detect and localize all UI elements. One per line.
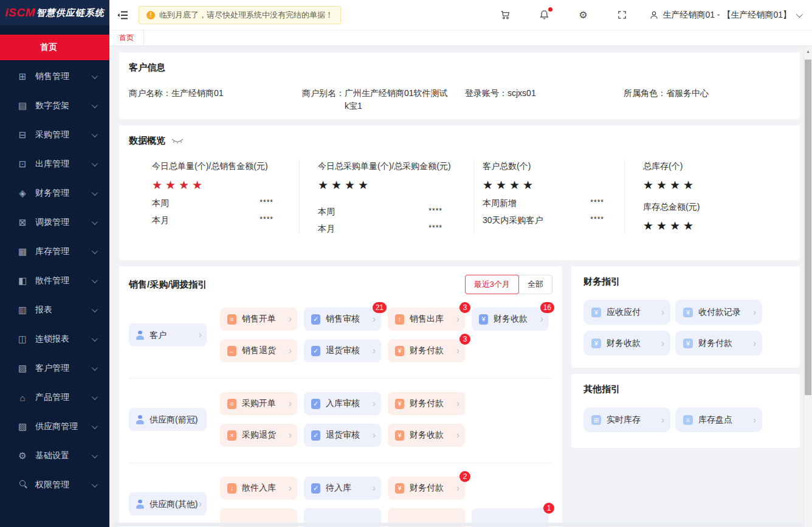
stat-row: 本周新增 **** bbox=[483, 198, 604, 209]
bell-icon[interactable] bbox=[537, 9, 551, 22]
sidebar-item-customers[interactable]: ▧ 客户管理 bbox=[0, 354, 109, 383]
tab-home[interactable]: 首页 bbox=[109, 30, 144, 46]
sidebar-item-label: 调拨管理 bbox=[35, 217, 92, 228]
finance-payment-button[interactable]: ¥ 财务付款 › bbox=[675, 331, 762, 356]
realtime-inventory-button[interactable]: ⊞ 实时库存 › bbox=[583, 407, 670, 432]
sales-return-button[interactable]: ← 销售退货 › bbox=[220, 339, 297, 362]
stat-row-value: **** bbox=[428, 224, 442, 235]
inbound-audit-icon: ✓ bbox=[311, 399, 320, 409]
sidebar-item-permissions[interactable]: 权限管理 bbox=[0, 470, 109, 500]
finance-receipt-button[interactable]: ¥ 财务收款 › bbox=[388, 424, 465, 447]
sidebar-item-suppliers[interactable]: ▨ 供应商管理 bbox=[0, 412, 109, 441]
sidebar-item-sales[interactable]: ⊞ 销售管理 bbox=[0, 62, 109, 91]
sidebar-item-purchase[interactable]: ⊟ 采购管理 bbox=[0, 120, 109, 150]
finance-payment-button[interactable]: ¥ 财务付款 › 3 bbox=[388, 339, 465, 362]
sidebar-item-chain-reports[interactable]: ◫ 连锁报表 bbox=[0, 325, 109, 354]
sidebar-item-label: 客户管理 bbox=[35, 363, 92, 374]
sales-order-button[interactable]: ≡ 销售开单 › bbox=[220, 308, 297, 331]
badge-count: 2 bbox=[459, 471, 470, 482]
finance-guide-title: 财务指引 bbox=[583, 276, 788, 288]
finance-receipt-button[interactable]: ¥ 财务收款 › 16 bbox=[472, 308, 549, 331]
parts-inbound-button[interactable]: ↓ 散件入库 › bbox=[220, 477, 297, 500]
chevron-right-icon: › bbox=[661, 308, 664, 317]
parts-inbound-icon: ↓ bbox=[227, 483, 236, 494]
chevron-right-icon: › bbox=[289, 430, 292, 440]
pending-inbound-button[interactable]: ✓ 待入库 › bbox=[304, 477, 381, 500]
stat-sales-today: 今日总单量(个)/总销售金额(元) ★★★★ 本周 **** 本月 **** bbox=[152, 160, 299, 235]
return-audit-button[interactable]: ✓ 退货审核 › bbox=[304, 424, 381, 447]
stat-label: 今日总单量(个)/总销售金额(元) bbox=[152, 160, 287, 173]
receivable-payable-button[interactable]: ¥ 应收应付 › bbox=[583, 300, 670, 325]
sales-outbound-button[interactable]: ↑ 销售出库 › 3 bbox=[388, 308, 465, 331]
chevron-right-icon: › bbox=[289, 483, 292, 493]
return-audit-button[interactable]: ✓ 退货审核 › bbox=[304, 339, 381, 362]
scroll-up-arrow[interactable]: ▲ bbox=[804, 46, 812, 56]
finance-payment-button[interactable]: ¥ 财务付款 › bbox=[388, 392, 465, 415]
sidebar-item-digital-shelf[interactable]: ▤ 数字货架 bbox=[0, 91, 109, 120]
products-icon: ⌂ bbox=[17, 393, 28, 403]
purchase-return-button[interactable]: × 采购退货 › bbox=[220, 424, 297, 447]
finance-payment-icon: ¥ bbox=[395, 346, 404, 356]
gear-icon[interactable]: ⚙ bbox=[576, 9, 590, 22]
topbar: ! 临到月底了，请尽快处理系统中没有完结的单据！ ⚙ 生产经销商01 - 【生产… bbox=[109, 0, 812, 30]
supplier-jianguan-entity-button[interactable]: 供应商(箭冠) bbox=[129, 408, 207, 431]
fullscreen-icon[interactable] bbox=[615, 9, 628, 22]
login-account-field: 登录账号： scjxs01 bbox=[465, 87, 624, 112]
sidebar-item-label: 库存管理 bbox=[35, 246, 92, 257]
chevron-down-icon bbox=[92, 219, 98, 225]
payment-records-icon: ¥ bbox=[683, 308, 693, 317]
customer-entity-button[interactable]: 客户 › bbox=[129, 323, 207, 346]
sidebar-item-label: 供应商管理 bbox=[35, 421, 92, 432]
cart-icon[interactable] bbox=[498, 9, 512, 22]
sidebar-item-products[interactable]: ⌂ 产品管理 bbox=[0, 383, 109, 412]
return-audit-icon: ✓ bbox=[311, 430, 320, 441]
scrollbar-thumb[interactable] bbox=[805, 60, 811, 395]
sidebar-item-reports[interactable]: ▥ 报表 bbox=[0, 295, 109, 325]
filter-recent-3-months-button[interactable]: 最近3个月 bbox=[465, 275, 519, 294]
supplier-other-entity-button[interactable]: 供应商(其他) › bbox=[129, 492, 207, 515]
stat-row: 本月 **** bbox=[152, 215, 274, 226]
chevron-down-icon bbox=[92, 160, 98, 167]
customer-icon bbox=[136, 331, 145, 340]
sidebar-item-home[interactable]: 首页 bbox=[0, 35, 109, 60]
stocktake-button[interactable]: ≡ 库存盘点 › bbox=[675, 407, 762, 432]
chevron-right-icon: › bbox=[456, 430, 459, 440]
sidebar-item-allocation[interactable]: ⊠ 调拨管理 bbox=[0, 208, 109, 237]
stat-label: 库存总金额(元) bbox=[643, 201, 778, 213]
eye-closed-icon[interactable] bbox=[171, 137, 184, 145]
sidebar-item-basic-settings[interactable]: ⚙ 基础设置 bbox=[0, 441, 109, 470]
outbound-icon: ⊡ bbox=[17, 159, 28, 170]
collapse-sidebar-icon[interactable] bbox=[114, 7, 131, 24]
stat-label: 今日总采购单量(个)/总采购金额(元) bbox=[318, 160, 455, 173]
group-divider bbox=[129, 378, 552, 379]
chevron-down-icon bbox=[92, 365, 98, 371]
filter-all-button[interactable]: 全部 bbox=[518, 275, 552, 294]
purchase-order-button[interactable]: ≡ 采购开单 › bbox=[220, 392, 297, 415]
customers-icon: ▧ bbox=[17, 363, 28, 374]
sidebar-item-outbound[interactable]: ⊡ 出库管理 bbox=[0, 150, 109, 179]
finance-payment-button[interactable]: ¥ 财务付款 › 2 bbox=[388, 477, 465, 500]
supplier-icon bbox=[136, 500, 145, 509]
sales-audit-icon: ✓ bbox=[311, 314, 320, 325]
payment-records-button[interactable]: ¥ 收付款记录 › bbox=[675, 300, 762, 325]
sidebar-item-finance[interactable]: ◈ 财务管理 bbox=[0, 179, 109, 208]
stat-row-value: **** bbox=[260, 198, 274, 209]
horizontal-scrollbar[interactable] bbox=[113, 523, 802, 526]
finance-receipt-button[interactable]: ¥ 财务收款 › bbox=[583, 331, 670, 356]
sales-return-icon: ← bbox=[227, 346, 236, 356]
stat-customer-total: 客户总数(个) ★★★★ 本周新增 **** 30天内采购客户 **** bbox=[473, 160, 624, 235]
stat-purchase-today: 今日总采购单量(个)/总采购金额(元) ★★★★ 本周 **** 本月 **** bbox=[299, 160, 473, 235]
field-label: 登录账号： bbox=[465, 87, 507, 112]
inbound-audit-button[interactable]: ✓ 入库审核 › bbox=[304, 392, 381, 415]
parts-icon: ◧ bbox=[17, 275, 28, 286]
sidebar: iSCM 智慧供应链系统 首页 ⊞ 销售管理 ▤ 数字货架 ⊟ 采购管理 ⊡ 出… bbox=[0, 0, 109, 527]
stat-label: 客户总数(个) bbox=[483, 160, 612, 173]
sales-audit-button[interactable]: ✓ 销售审核 › 21 bbox=[304, 308, 381, 331]
sidebar-item-inventory[interactable]: ▦ 库存管理 bbox=[0, 237, 109, 266]
sidebar-item-parts[interactable]: ◧ 散件管理 bbox=[0, 266, 109, 295]
other-guide-title: 其他指引 bbox=[583, 384, 788, 395]
stat-inventory-total: 总库存(个) ★★★★ 库存总金额(元) ★★★★ bbox=[624, 160, 790, 235]
finance-payment-icon: ¥ bbox=[395, 399, 404, 409]
chevron-right-icon: › bbox=[753, 339, 756, 348]
user-menu[interactable]: 生产经销商01 - 【生产经销商01】 bbox=[649, 10, 801, 21]
